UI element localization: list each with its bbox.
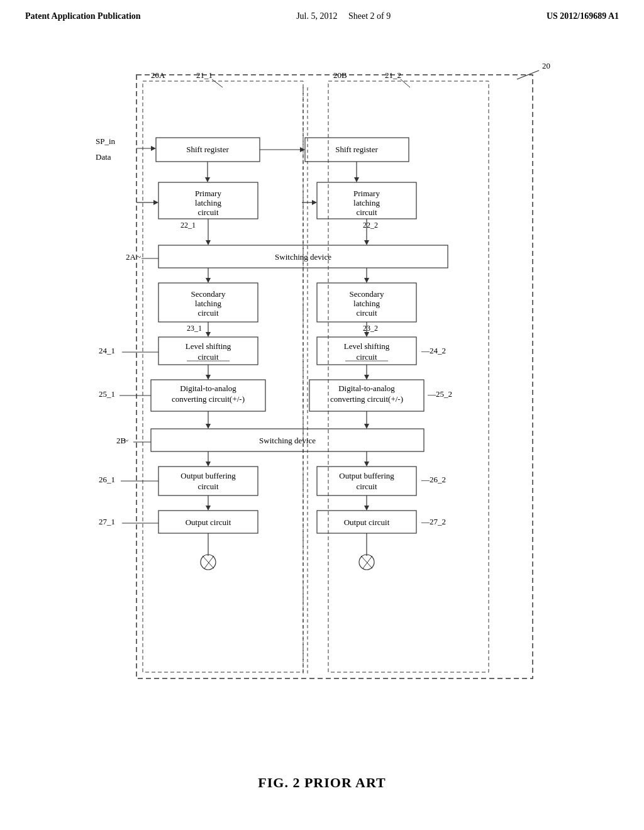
svg-marker-61: [206, 462, 211, 467]
dac-1-text1: Digital-to-analog: [180, 384, 236, 393]
svg-rect-2: [143, 81, 303, 672]
label-20: 20: [542, 61, 550, 70]
svg-marker-68: [206, 506, 211, 511]
svg-marker-48: [206, 375, 211, 380]
svg-line-5: [401, 79, 410, 87]
level-shifting-1-text1: Level shifting: [186, 341, 231, 351]
label-21-2: 21_2: [385, 70, 401, 80]
primary-latching-1-text2: latching: [195, 198, 221, 208]
secondary-latching-1-text1: Secondary: [191, 289, 226, 299]
primary-latching-2-text1: Primary: [353, 189, 380, 198]
svg-marker-15: [205, 177, 210, 182]
label-2B-tilde: ~: [124, 436, 128, 445]
label-24-1: 24_1: [99, 346, 115, 355]
label-23-2: 23_2: [363, 324, 378, 333]
secondary-latching-1-text2: latching: [195, 299, 221, 308]
label-26-1: 26_1: [99, 475, 115, 484]
secondary-latching-1-text3: circuit: [197, 308, 219, 318]
svg-marker-55: [206, 424, 211, 429]
primary-latching-1-text3: circuit: [197, 208, 219, 217]
label-21-1: 21_1: [196, 70, 213, 80]
shift-register-1-label: Shift register: [186, 145, 229, 154]
label-24-2: —24_2: [421, 346, 446, 355]
shift-register-2-label: Shift register: [335, 145, 378, 154]
svg-line-1: [517, 70, 539, 79]
dac-1-text2: converting circuit(+/-): [172, 394, 245, 404]
label-2A: 2A: [126, 252, 136, 262]
label-20B: 20B: [333, 70, 347, 80]
secondary-latching-2-text1: Secondary: [350, 289, 384, 299]
primary-latching-2-text2: latching: [353, 198, 380, 208]
output-buffering-1-text2: circuit: [197, 482, 219, 491]
primary-latching-1-text1: Primary: [195, 189, 221, 198]
figure-caption: FIG. 2 PRIOR ART: [0, 775, 644, 791]
level-shifting-2-text1: Level shifting: [344, 341, 390, 351]
header-sheet: Sheet 2 of 9: [348, 11, 391, 21]
header-patent-number: US 2012/169689 A1: [547, 11, 619, 21]
label-27-2: —27_2: [421, 517, 446, 526]
svg-marker-41: [364, 332, 369, 337]
header-publication-label: Patent Application Publication: [25, 11, 141, 21]
label-23-1: 23_1: [187, 324, 202, 333]
label-26-2: —26_2: [421, 475, 446, 484]
svg-marker-39: [206, 332, 211, 337]
output-buffering-1-text1: Output buffering: [180, 471, 236, 480]
header-center: Jul. 5, 2012 Sheet 2 of 9: [296, 11, 391, 21]
svg-marker-29: [364, 240, 369, 245]
level-shifting-1-text2: circuit: [197, 352, 219, 362]
svg-marker-10: [300, 147, 305, 152]
output-circuit-1-label: Output circuit: [186, 517, 231, 527]
primary-latching-2-text3: circuit: [356, 208, 377, 217]
secondary-latching-2-text3: circuit: [356, 308, 377, 318]
label-27-1: 27_1: [99, 517, 115, 526]
svg-rect-0: [136, 75, 533, 678]
dac-2-text1: Digital-to-analog: [338, 384, 395, 393]
svg-marker-35: [364, 278, 369, 283]
svg-marker-22: [312, 200, 317, 205]
output-buffering-2-text1: Output buffering: [339, 471, 394, 480]
svg-marker-17: [153, 200, 158, 205]
label-25-2: —25_2: [427, 389, 452, 399]
data-label: Data: [96, 152, 111, 162]
output-circuit-2-label: Output circuit: [344, 517, 390, 527]
svg-marker-57: [364, 424, 369, 429]
output-buffering-2-text2: circuit: [356, 482, 377, 491]
label-22-2: 22_2: [363, 221, 378, 230]
label-2A-tilde: ~: [136, 252, 141, 262]
label-20A: 20A: [151, 70, 165, 80]
diagram-area: text { font-family: 'Times New Roman', s…: [77, 40, 567, 763]
label-25-1: 25_1: [99, 389, 115, 399]
page-header: Patent Application Publication Jul. 5, 2…: [0, 0, 644, 21]
svg-marker-33: [206, 278, 211, 283]
header-date: Jul. 5, 2012: [296, 11, 337, 21]
svg-line-4: [212, 79, 223, 87]
switching-device-2A-label: Switching device: [275, 252, 331, 262]
svg-marker-50: [364, 375, 369, 380]
switching-device-2B-label: Switching device: [259, 436, 316, 445]
dac-2-text2: converting circuit(+/-): [330, 394, 403, 404]
secondary-latching-2-text2: latching: [353, 299, 380, 308]
svg-marker-63: [364, 462, 369, 467]
label-22-1: 22_1: [180, 221, 196, 230]
svg-marker-7: [151, 146, 156, 151]
svg-marker-27: [206, 240, 211, 245]
svg-marker-70: [364, 506, 369, 511]
svg-rect-3: [328, 81, 489, 672]
level-shifting-2-text2: circuit: [356, 352, 377, 362]
diagram-svg: text { font-family: 'Times New Roman', s…: [77, 40, 567, 763]
sp-in-label: SP_in: [96, 136, 116, 146]
svg-marker-20: [354, 177, 359, 182]
